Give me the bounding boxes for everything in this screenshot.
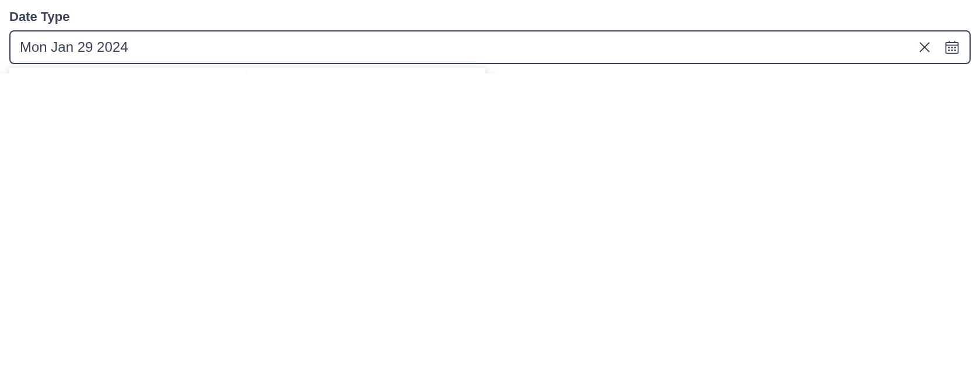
svg-point-9 bbox=[949, 50, 949, 51]
calendar-toggle-button[interactable] bbox=[944, 39, 960, 55]
svg-point-8 bbox=[955, 47, 956, 48]
svg-point-7 bbox=[951, 47, 952, 48]
input-actions bbox=[917, 39, 960, 55]
date-input-value: Mon Jan 29 2024 bbox=[20, 39, 917, 55]
month-picker-panel: 2024 JanFebMarAprMayJunJulAugSepOctNovDe… bbox=[247, 72, 485, 73]
date-input-wrap: Mon Jan 29 2024 January 2024 bbox=[9, 30, 971, 64]
svg-point-11 bbox=[955, 50, 956, 51]
close-icon bbox=[917, 40, 932, 55]
svg-point-6 bbox=[949, 47, 949, 48]
day-picker-panel: January 2024 SMTWTFS 311234567891011 bbox=[9, 72, 247, 73]
clear-button[interactable] bbox=[917, 40, 932, 55]
field-label: Date Type bbox=[9, 9, 971, 24]
datepicker-popup: January 2024 SMTWTFS 311234567891011 bbox=[9, 68, 485, 73]
date-input[interactable]: Mon Jan 29 2024 bbox=[9, 30, 971, 64]
calendar-icon bbox=[944, 39, 960, 55]
svg-point-10 bbox=[951, 50, 952, 51]
